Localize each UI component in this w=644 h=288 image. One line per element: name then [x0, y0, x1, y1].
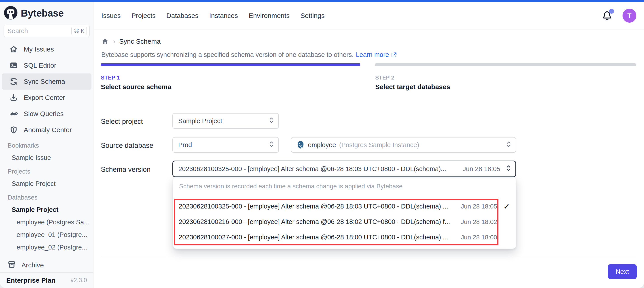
breadcrumb-page: Sync Schema — [119, 38, 160, 45]
nav-projects[interactable]: Projects — [132, 12, 156, 20]
turtle-icon — [10, 109, 18, 118]
project-select-value: Sample Project — [178, 117, 266, 125]
bottom-divider — [101, 257, 636, 257]
sync-icon — [10, 77, 18, 86]
shield-alert-icon — [10, 126, 18, 134]
step1-progress-bar — [101, 63, 360, 66]
chevron-updown-icon — [506, 141, 512, 149]
sidebar-item-db-sample-project[interactable]: Sample Project — [0, 203, 93, 216]
schema-version-value: 20230628100325-000 - [employee] Alter sc… — [178, 165, 459, 173]
step1-label: STEP 1 — [101, 75, 120, 81]
schema-version-option-3[interactable]: 20230628100027-000 - [employee] Alter sc… — [173, 230, 516, 245]
page-content: › Sync Schema Bytebase supports synchron… — [94, 30, 644, 288]
schema-version-select[interactable]: 20230628100325-000 - [employee] Alter sc… — [172, 161, 516, 177]
option-time: Jun 28 18:05 — [461, 203, 497, 210]
step2-title: Select target databases — [375, 83, 450, 91]
source-database-label: Source database — [101, 141, 153, 150]
brand-name: Bytebase — [21, 8, 64, 19]
sidebar-item-sample-project[interactable]: Sample Project — [0, 177, 93, 190]
option-text: 20230628100325-000 - [employee] Alter sc… — [179, 203, 457, 210]
plan-footer[interactable]: Enterprise Plan v2.3.0 — [0, 272, 93, 288]
notifications-button[interactable] — [602, 11, 612, 21]
home-icon — [10, 45, 18, 54]
description-text: Bytebase supports synchronizing a specif… — [101, 51, 354, 58]
option-time: Jun 28 18:02 — [461, 218, 497, 226]
sidebar-item-db-employee-01[interactable]: employee_01 (Postgre... — [0, 228, 93, 241]
sidebar-item-sql-editor[interactable]: SQL Editor — [2, 57, 92, 73]
step2-progress-bar — [375, 63, 636, 66]
dropdown-options: 20230628100325-000 - [employee] Alter sc… — [173, 199, 516, 245]
sidebar-item-db-employee[interactable]: employee (Postgres Sa... — [0, 216, 93, 228]
search-input[interactable] — [8, 27, 71, 35]
option-time: Jun 28 18:00 — [461, 234, 497, 241]
app-window: Bytebase ⌘ K My Issues SQL Editor — [0, 0, 644, 288]
sidebar-item-label: Sync Schema — [24, 78, 65, 85]
environment-select-value: Prod — [178, 141, 266, 149]
sidebar-item-label: Anomaly Center — [24, 126, 72, 134]
sidebar: Bytebase ⌘ K My Issues SQL Editor — [0, 2, 94, 288]
breadcrumb-home-icon[interactable] — [101, 38, 109, 45]
option-text: 20230628100216-000 - [employee] Alter sc… — [179, 218, 457, 226]
sidebar-section-databases: Databases — [0, 190, 93, 203]
step1-title: Select source schema — [101, 83, 171, 91]
page-description: Bytebase supports synchronizing a specif… — [101, 51, 397, 58]
nav-environments[interactable]: Environments — [249, 12, 290, 20]
sidebar-item-label: Slow Queries — [24, 110, 64, 117]
chevron-right-icon: › — [113, 38, 115, 45]
notification-dot — [609, 9, 614, 14]
schema-version-option-2[interactable]: 20230628100216-000 - [employee] Alter sc… — [173, 214, 516, 230]
nav-databases[interactable]: Databases — [166, 12, 198, 20]
schema-version-option-1[interactable]: 20230628100325-000 - [employee] Alter sc… — [173, 199, 516, 214]
schema-version-time: Jun 28 18:05 — [463, 165, 500, 173]
top-header: Issues Projects Databases Instances Envi… — [94, 2, 644, 30]
terminal-icon — [10, 61, 18, 70]
external-link-icon — [391, 52, 397, 58]
main-area: Issues Projects Databases Instances Envi… — [94, 2, 644, 288]
environment-select[interactable]: Prod — [172, 137, 279, 153]
sidebar-item-db-employee-02[interactable]: employee_02 (Postgre... — [0, 241, 93, 253]
dropdown-hint: Schema version is recorded each time a s… — [173, 178, 516, 190]
sidebar-item-label: Export Center — [24, 94, 65, 101]
search-box[interactable]: ⌘ K — [4, 25, 90, 37]
schema-version-dropdown: Schema version is recorded each time a s… — [173, 178, 516, 249]
top-nav: Issues Projects Databases Instances Envi… — [101, 12, 325, 20]
sidebar-item-slow-queries[interactable]: Slow Queries — [2, 106, 92, 122]
sidebar-item-label: My Issues — [24, 46, 54, 53]
instance-hint: (Postgres Sample Instance) — [339, 141, 419, 149]
option-text: 20230628100027-000 - [employee] Alter sc… — [179, 234, 457, 241]
next-button[interactable]: Next — [608, 264, 636, 279]
bytebase-logo-icon — [4, 6, 18, 20]
archive-icon — [8, 260, 16, 270]
sidebar-nav: My Issues SQL Editor Sync Schema Export … — [0, 41, 93, 258]
sidebar-item-sync-schema[interactable]: Sync Schema — [2, 73, 92, 90]
sidebar-item-anomaly-center[interactable]: Anomaly Center — [2, 122, 92, 138]
chevron-updown-icon — [268, 117, 274, 125]
nav-settings[interactable]: Settings — [300, 12, 324, 20]
chevron-updown-icon — [268, 141, 274, 149]
sidebar-section-projects: Projects — [0, 164, 93, 177]
download-icon — [10, 93, 18, 102]
database-select[interactable]: employee(Postgres Sample Instance) — [291, 137, 516, 153]
plan-name: Enterprise Plan — [6, 276, 56, 284]
brand-logo[interactable]: Bytebase — [0, 2, 93, 25]
database-select-value: employee — [308, 141, 336, 149]
app-version: v2.3.0 — [70, 277, 87, 284]
project-select[interactable]: Sample Project — [172, 113, 279, 129]
sidebar-item-export-center[interactable]: Export Center — [2, 90, 92, 106]
sidebar-section-bookmarks: Bookmarks — [0, 138, 93, 152]
sidebar-item-my-issues[interactable]: My Issues — [2, 41, 92, 57]
sidebar-item-sample-issue[interactable]: Sample Issue — [0, 152, 93, 164]
sidebar-item-label: SQL Editor — [24, 62, 56, 69]
nav-issues[interactable]: Issues — [101, 12, 121, 20]
nav-instances[interactable]: Instances — [209, 12, 238, 20]
top-accent-bar — [0, 0, 644, 2]
step2-label: STEP 2 — [375, 75, 394, 81]
chevron-updown-icon — [506, 165, 512, 173]
learn-more-link[interactable]: Learn more — [356, 51, 397, 58]
avatar[interactable]: T — [622, 9, 636, 23]
schema-version-label: Schema version — [101, 166, 150, 174]
sidebar-item-archive[interactable]: Archive — [0, 258, 93, 272]
select-project-label: Select project — [101, 117, 143, 126]
postgres-icon — [297, 141, 304, 149]
breadcrumb: › Sync Schema — [101, 38, 160, 45]
